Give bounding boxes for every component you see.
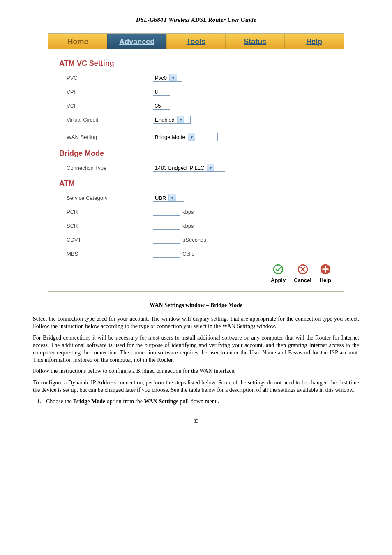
plus-circle-icon bbox=[320, 264, 331, 276]
unit-mbs: Cells bbox=[182, 251, 194, 257]
tab-tools[interactable]: Tools bbox=[166, 34, 226, 49]
row-cdvt: CDVT uSeconds bbox=[59, 236, 333, 244]
row-vci: VCI bbox=[59, 102, 333, 110]
header-divider bbox=[33, 25, 359, 25]
input-vci[interactable] bbox=[153, 102, 170, 110]
input-mbs[interactable] bbox=[153, 250, 180, 258]
help-label: Help bbox=[320, 277, 331, 283]
row-wan-setting: WAN Setting Bridge Mode ▾ bbox=[59, 133, 333, 141]
select-service-category[interactable]: UBR ▾ bbox=[153, 194, 184, 202]
chevron-down-icon: ▾ bbox=[168, 194, 176, 201]
select-virtual-circuit[interactable]: Enabled ▾ bbox=[153, 116, 191, 124]
step-1-text-c: pull-down menu. bbox=[178, 398, 219, 405]
row-scr: SCR kbps bbox=[59, 222, 333, 230]
steps-list: Choose the Bridge Mode option from the W… bbox=[43, 398, 359, 405]
label-service-category: Service Category bbox=[67, 195, 153, 201]
paragraph-3: Follow the instructions below to configu… bbox=[33, 368, 359, 375]
select-wan-setting-value: Bridge Mode bbox=[155, 134, 187, 140]
chevron-down-icon: ▾ bbox=[177, 116, 184, 123]
label-scr: SCR bbox=[67, 223, 153, 229]
label-pvc: PVC bbox=[67, 75, 153, 81]
x-circle-icon bbox=[297, 264, 309, 276]
chevron-down-icon: ▾ bbox=[188, 133, 195, 141]
step-1-bold-2: WAN Settings bbox=[144, 398, 178, 405]
label-pcr: PCR bbox=[67, 209, 153, 215]
tab-home[interactable]: Home bbox=[48, 34, 107, 49]
row-mbs: MBS Cells bbox=[59, 250, 333, 258]
label-vci: VCI bbox=[67, 103, 153, 109]
row-service-category: Service Category UBR ▾ bbox=[59, 194, 333, 202]
chevron-down-icon: ▾ bbox=[207, 164, 214, 171]
chevron-down-icon: ▾ bbox=[169, 74, 177, 81]
row-virtual-circuit: Virtual Circuit Enabled ▾ bbox=[59, 116, 333, 124]
apply-button[interactable]: Apply bbox=[271, 264, 286, 283]
paragraph-1: Select the connection type used for your… bbox=[33, 315, 359, 330]
unit-cdvt: uSeconds bbox=[182, 237, 206, 243]
row-connection-type: Connection Type 1483 Bridged IP LLC ▾ bbox=[59, 164, 333, 172]
router-settings-panel: Home Advanced Tools Status Help ATM VC S… bbox=[48, 33, 344, 292]
select-wan-setting[interactable]: Bridge Mode ▾ bbox=[153, 133, 218, 141]
label-mbs: MBS bbox=[67, 251, 153, 257]
step-1-text-b: option from the bbox=[105, 398, 144, 405]
select-pvc-value: Pvc0 bbox=[155, 75, 168, 81]
paragraph-2: For Bridged connections it will be neces… bbox=[33, 334, 359, 364]
action-buttons-row: Apply Cancel Help bbox=[59, 264, 331, 283]
label-virtual-circuit: Virtual Circuit bbox=[67, 117, 153, 123]
row-vpi: VPI bbox=[59, 88, 333, 96]
paragraph-4: To configure a Dynamic IP Address connec… bbox=[33, 379, 359, 394]
tab-status[interactable]: Status bbox=[225, 34, 284, 49]
input-cdvt[interactable] bbox=[153, 236, 180, 244]
select-connection-type[interactable]: 1483 Bridged IP LLC ▾ bbox=[153, 164, 225, 172]
cancel-button[interactable]: Cancel bbox=[294, 264, 311, 283]
row-pcr: PCR kbps bbox=[59, 208, 333, 216]
unit-pcr: kbps bbox=[182, 209, 194, 215]
unit-scr: kbps bbox=[182, 223, 194, 229]
apply-label: Apply bbox=[271, 277, 286, 283]
label-connection-type: Connection Type bbox=[67, 165, 153, 171]
row-pvc: PVC Pvc0 ▾ bbox=[59, 74, 333, 82]
label-vpi: VPI bbox=[67, 89, 153, 95]
input-scr[interactable] bbox=[153, 222, 180, 230]
select-pvc[interactable]: Pvc0 ▾ bbox=[153, 74, 182, 82]
label-wan-setting: WAN Setting bbox=[67, 134, 153, 140]
select-virtual-circuit-value: Enabled bbox=[155, 117, 176, 123]
tab-help[interactable]: Help bbox=[284, 34, 344, 49]
input-pcr[interactable] bbox=[153, 208, 180, 216]
figure-caption: WAN Settings window – Bridge Mode bbox=[33, 302, 359, 309]
step-1: Choose the Bridge Mode option from the W… bbox=[43, 398, 359, 405]
step-1-text-a: Choose the bbox=[46, 398, 73, 405]
doc-header-title: DSL-G684T Wireless ADSL Router User Guid… bbox=[33, 16, 359, 23]
label-cdvt: CDVT bbox=[67, 237, 153, 243]
page-number: 33 bbox=[33, 418, 359, 424]
help-button[interactable]: Help bbox=[320, 264, 331, 283]
check-circle-icon bbox=[272, 264, 284, 276]
select-service-category-value: UBR bbox=[155, 195, 168, 201]
input-vpi[interactable] bbox=[153, 88, 170, 96]
section-title-bridge-mode: Bridge Mode bbox=[59, 149, 333, 158]
section-title-atm: ATM bbox=[59, 179, 333, 188]
cancel-label: Cancel bbox=[294, 277, 311, 283]
tab-advanced[interactable]: Advanced bbox=[107, 34, 166, 49]
router-tabs: Home Advanced Tools Status Help bbox=[48, 34, 344, 49]
section-title-atm-vc: ATM VC Setting bbox=[59, 59, 333, 68]
step-1-bold-1: Bridge Mode bbox=[73, 398, 105, 405]
select-connection-type-value: 1483 Bridged IP LLC bbox=[155, 165, 206, 171]
